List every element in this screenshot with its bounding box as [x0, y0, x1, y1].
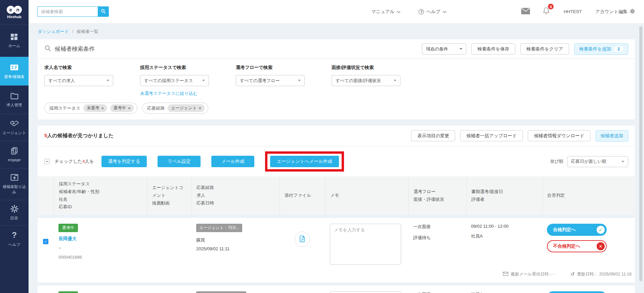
sidebar-item-candidate-import[interactable]: 候補者取り込み — [0, 168, 29, 200]
candidate-name-link[interactable]: 長岡優大 — [58, 236, 142, 242]
save-conditions-button[interactable]: 検索条件を保存 — [471, 43, 515, 54]
table-header: 採用ステータス候補者名/年齢・性別社名応募ID エージェントコメント推薦動画 応… — [38, 176, 635, 215]
job-name-select[interactable]: すべての求人 — [44, 75, 113, 86]
sidebar-item-candidates[interactable]: 選考/候補者 — [0, 57, 29, 85]
fail-judgement-button[interactable]: 不合格判定へ ✕ — [547, 240, 607, 252]
change-display-items-button[interactable]: 表示項目の変更 — [411, 130, 455, 141]
row-checkbox[interactable] — [43, 239, 48, 244]
status-badge: 選考中 — [58, 224, 78, 232]
chevron-down-icon — [443, 9, 446, 13]
judgement-cell: 合格判定へ ✓ 不合格判定へ ✕ — [542, 218, 635, 266]
add-conditions-button[interactable]: 検索条件を追加 2 — [574, 43, 628, 55]
sort-label: 並び順 — [550, 158, 563, 164]
id-card-icon — [10, 63, 19, 72]
header-checkbox-col — [38, 176, 54, 215]
sidebar-item-settings[interactable]: 設定 — [0, 200, 29, 225]
status-name-cell: 選考中 山本なぎさ 28歳・女性 — [54, 286, 147, 293]
account-edit-button[interactable]: アカウント編集 — [595, 8, 635, 15]
sort-select-value: 応募日が新しい順 — [571, 158, 606, 164]
filter-label: 求人名で検索 — [44, 65, 113, 71]
pass-judgement-button[interactable]: 合格判定へ ✓ — [547, 224, 607, 236]
candidate-search-input[interactable] — [37, 6, 98, 17]
search-icon — [101, 9, 106, 15]
compose-mail-button[interactable]: メール作成 — [211, 156, 254, 167]
help-label: ヘルプ — [426, 9, 440, 15]
sidebar-item-help[interactable]: ? ヘルプ — [0, 225, 29, 252]
help-circle-icon: ? — [419, 9, 424, 14]
x-circle-icon: ✕ — [597, 242, 605, 250]
memo-input[interactable] — [330, 291, 401, 293]
sidebar-item-engage[interactable]: engage — [0, 141, 29, 168]
sidebar-item-label: ヘルプ — [8, 242, 21, 248]
filter-selection-flow: 選考フローで検索 すべての選考フロー — [236, 65, 305, 97]
sidebar-item-label: ホーム — [8, 43, 21, 49]
results-header: 5人の候補者が見つかりました 表示項目の変更 候補者一括アップロード 候補者情報… — [38, 125, 635, 146]
agent-route-badge: エージェント：株式会... — [196, 291, 246, 293]
select-all-checkbox[interactable] — [44, 159, 50, 164]
sidebar-item-agent[interactable]: エージェント — [0, 114, 29, 141]
active-filter-chips: 採用ステータス 未選考 × 選考中 × 応募経路 エージェント × — [38, 99, 635, 119]
filter-job-name: 求人名で検索 すべての求人 — [44, 65, 113, 97]
caret-down-icon — [106, 80, 109, 81]
search-panel-title: 候補者検索条件 — [44, 45, 95, 53]
agent-comment-cell — [147, 218, 191, 266]
sidebar-item-home[interactable]: ホーム — [0, 24, 29, 57]
chip-remove-icon[interactable]: × — [101, 106, 104, 111]
selection-flow-select[interactable]: すべての選考フロー — [236, 75, 305, 86]
add-candidate-button[interactable]: 候補者追加 — [596, 130, 629, 142]
memo-input[interactable] — [330, 224, 401, 265]
header-selection-flow: 選考フロー面接・評価状況 — [409, 176, 466, 215]
interview-date-cell: 09/02 11:00 - 12:00 社員A — [466, 218, 542, 266]
sort-select[interactable]: 応募日が新しい順 — [567, 156, 628, 167]
row-checkbox-cell — [38, 218, 54, 266]
compose-mail-to-agent-button[interactable]: エージェントへメール作成 — [270, 156, 339, 167]
application-id: 0000401698 — [58, 255, 142, 260]
chip-label: エージェント — [171, 105, 197, 111]
import-icon — [10, 173, 19, 182]
bulk-upload-button[interactable]: 候補者一括アップロード — [460, 130, 523, 141]
breadcrumb-dashboard-link[interactable]: ダッシュボード — [38, 29, 69, 34]
chip-remove-icon[interactable]: × — [199, 106, 201, 111]
app-logo[interactable]: e n Hirehub — [0, 0, 29, 24]
label-settings-button[interactable]: ラベル設定 — [158, 156, 201, 167]
attachment-file-button[interactable] — [295, 231, 310, 247]
vertical-scrollbar[interactable] — [639, 26, 642, 281]
sidebar-item-label: 設定 — [10, 216, 19, 221]
sidebar-item-jobs[interactable]: 求人管理 — [0, 85, 29, 114]
mail-button[interactable] — [521, 8, 530, 15]
chip-remove-icon[interactable]: × — [128, 106, 130, 111]
pass-judgement-button[interactable]: 合格判定へ ✓ — [547, 291, 607, 293]
filter-chip: 選考中 × — [110, 104, 134, 112]
candidate-row: 選考中 長岡優大 − 0000401698 エージェント：TES... 購買 2… — [38, 218, 635, 283]
manual-label: マニュアル — [371, 9, 394, 15]
notifications-button[interactable]: 4 — [542, 7, 550, 16]
clear-conditions-button[interactable]: 検索条件をクリア — [520, 43, 569, 54]
dashboard-icon — [10, 33, 18, 41]
sidebar: e n Hirehub ホーム 選考/候補者 求人管理 — [0, 0, 29, 293]
search-panel-title-text: 候補者検索条件 — [55, 45, 95, 53]
question-icon: ? — [12, 230, 17, 240]
add-conditions-label: 検索条件を追加 — [579, 46, 611, 52]
interview-status-select[interactable]: すべての面接/評価状況 — [332, 75, 400, 86]
topbar: マニュアル ? ヘルプ 4 HHTEST アカウント編集 — [29, 0, 644, 24]
flow-step: 一次面接 — [413, 224, 462, 230]
candidate-search-group — [37, 6, 109, 17]
selection-flow-cell: 一次面接 日程調整中 — [409, 286, 466, 293]
annotation-highlight-box: エージェントへメール作成 — [265, 151, 344, 172]
document-icon — [299, 235, 306, 244]
caret-down-icon — [460, 48, 462, 50]
flow-step: 一次面接 — [413, 291, 462, 293]
preset-conditions-select[interactable]: 現在の条件 — [422, 43, 466, 54]
download-candidate-info-button[interactable]: 候補者情報ダウンロード — [528, 130, 590, 141]
help-menu[interactable]: ? ヘルプ — [419, 9, 445, 15]
manual-menu[interactable]: マニュアル — [371, 9, 399, 15]
hiring-status-select[interactable]: すべての採用ステータス — [140, 75, 209, 86]
sidebar-item-label: 求人管理 — [6, 103, 23, 108]
sidebar-item-label: 候補者取り込み — [0, 184, 29, 195]
user-name[interactable]: HHTEST — [564, 9, 582, 14]
chip-label: 未選考 — [87, 105, 99, 111]
judge-selection-button[interactable]: 選考を判定する — [101, 156, 147, 167]
narrow-unscreened-link[interactable]: 未選考ステータスに絞り込む — [140, 90, 198, 97]
filter-hiring-status: 採用ステータスで検索 すべての採用ステータス 未選考ステータスに絞り込む — [140, 65, 209, 97]
search-button[interactable] — [98, 6, 109, 17]
